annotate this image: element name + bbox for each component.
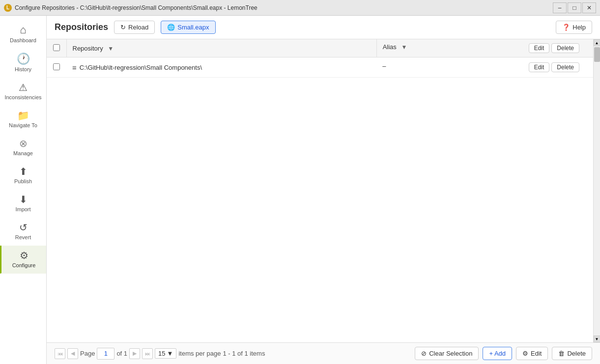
repository-filter-icon[interactable]: ▼	[108, 45, 114, 52]
minimize-button[interactable]: –	[553, 2, 567, 13]
sidebar-item-import[interactable]: ⬇ Import	[0, 190, 46, 218]
of-label: of 1	[116, 350, 127, 357]
sidebar-label-history: History	[15, 66, 31, 72]
table-container: Repository ▼ Alias ▼ Edit Delete	[47, 39, 600, 342]
clear-selection-button[interactable]: ⊘ Clear Selection	[415, 347, 479, 360]
alias-column-header: Alias ▼ Edit Delete	[376, 39, 600, 57]
repository-cell: ≡ C:\GitHub\lt-regression\Small Componen…	[66, 57, 376, 78]
table-row: ≡ C:\GitHub\lt-regression\Small Componen…	[47, 57, 600, 78]
alias-cell: – Edit Delete	[376, 57, 600, 78]
sidebar: ⌂ Dashboard 🕐 History ⚠ Inconsistencies …	[0, 16, 47, 364]
globe-icon: 🌐	[167, 24, 175, 31]
page-label: Page	[80, 350, 95, 357]
sidebar-item-publish[interactable]: ⬆ Publish	[0, 162, 46, 190]
add-label: + Add	[489, 350, 506, 357]
sidebar-label-import: Import	[15, 206, 30, 212]
scroll-thumb[interactable]	[594, 47, 600, 62]
scroll-track: ▲ ▼	[593, 39, 600, 342]
scroll-up-button[interactable]: ▲	[594, 39, 600, 46]
items-info: 1 - 1 of 1 items	[223, 350, 265, 357]
alias-value: –	[382, 62, 386, 70]
select-all-checkbox[interactable]	[53, 44, 60, 51]
reload-button[interactable]: ↻ Reload	[114, 21, 155, 34]
sidebar-label-configure: Configure	[12, 262, 36, 268]
prev-page-button[interactable]: ◀	[67, 348, 78, 359]
help-icon: ❓	[562, 24, 570, 31]
edit-label: Edit	[531, 350, 542, 357]
row-delete-button[interactable]: Delete	[551, 62, 579, 72]
page-input[interactable]	[97, 348, 114, 360]
maximize-button[interactable]: □	[568, 2, 581, 13]
add-button[interactable]: + Add	[483, 347, 512, 360]
reload-label: Reload	[128, 24, 148, 31]
sidebar-item-history[interactable]: 🕐 History	[0, 49, 46, 78]
repositories-table: Repository ▼ Alias ▼ Edit Delete	[47, 39, 600, 78]
sidebar-label-manage: Manage	[13, 150, 33, 156]
reload-icon: ↻	[120, 24, 126, 31]
sidebar-item-dashboard[interactable]: ⌂ Dashboard	[0, 20, 46, 49]
row-edit-button[interactable]: Edit	[529, 62, 550, 72]
per-page-value: 15	[158, 350, 165, 357]
help-button[interactable]: ❓ Help	[556, 21, 592, 34]
close-button[interactable]: ✕	[582, 2, 596, 13]
alias-filter-icon[interactable]: ▼	[401, 44, 407, 51]
sidebar-item-manage[interactable]: ⊗ Manage	[0, 134, 46, 162]
app-icon: L	[4, 4, 12, 12]
row-checkbox-0[interactable]	[53, 63, 60, 70]
configure-icon: ⚙	[20, 251, 29, 260]
select-all-header	[47, 39, 66, 57]
sidebar-item-revert[interactable]: ↺ Revert	[0, 218, 46, 246]
sidebar-label-navigate-to: Navigate To	[9, 122, 37, 128]
delete-button[interactable]: 🗑 Delete	[552, 347, 592, 360]
delete-label: Delete	[567, 350, 586, 357]
header-edit-button[interactable]: Edit	[529, 43, 550, 53]
sidebar-item-configure[interactable]: ⚙ Configure	[0, 246, 46, 274]
warning-icon: ⚠	[19, 83, 28, 92]
sidebar-label-revert: Revert	[15, 234, 31, 240]
sidebar-label-inconsistencies: Inconsistencies	[4, 94, 41, 100]
revert-icon: ↺	[19, 223, 28, 232]
sidebar-label-dashboard: Dashboard	[10, 37, 36, 43]
row-checkbox-cell	[47, 57, 66, 78]
clear-selection-label: Clear Selection	[429, 350, 472, 357]
sidebar-item-inconsistencies[interactable]: ⚠ Inconsistencies	[0, 78, 46, 106]
last-page-button[interactable]: ⏭	[142, 348, 153, 359]
scroll-down-button[interactable]: ▼	[594, 336, 600, 342]
repository-column-header: Repository ▼	[66, 39, 376, 57]
page-title: Repositories	[55, 22, 108, 32]
import-icon: ⬇	[19, 195, 28, 204]
history-icon: 🕐	[17, 54, 30, 64]
sidebar-label-publish: Publish	[14, 178, 32, 184]
items-per-page-label: items per page	[178, 350, 221, 357]
tab-small-eapx[interactable]: 🌐 Small.eapx	[161, 21, 215, 34]
footer: ⏮ ◀ Page of 1 ▶ ⏭ 15 ▼ items per page 1 …	[47, 342, 600, 364]
manage-icon: ⊗	[19, 139, 28, 148]
title-bar-text: Configure Repositories - C:\GitHub\lt-re…	[15, 4, 257, 11]
per-page-chevron-icon: ▼	[167, 350, 173, 357]
repo-stack-icon: ≡	[72, 63, 77, 72]
first-page-button[interactable]: ⏮	[55, 348, 65, 359]
title-bar: L Configure Repositories - C:\GitHub\lt-…	[0, 0, 600, 16]
next-page-button[interactable]: ▶	[129, 348, 140, 359]
repository-path: C:\GitHub\lt-regression\Small Components…	[80, 64, 202, 71]
header: Repositories ↻ Reload 🌐 Small.eapx ❓ Hel…	[47, 16, 600, 39]
per-page-select[interactable]: 15 ▼	[155, 348, 176, 359]
edit-icon: ⚙	[522, 350, 528, 357]
trash-icon: 🗑	[558, 350, 565, 357]
sidebar-item-navigate-to[interactable]: 📁 Navigate To	[0, 106, 46, 134]
help-label: Help	[572, 24, 586, 31]
folder-icon: 📁	[17, 111, 29, 120]
clear-icon: ⊘	[421, 350, 427, 357]
tab-label: Small.eapx	[177, 24, 209, 31]
edit-button[interactable]: ⚙ Edit	[516, 347, 548, 360]
publish-icon: ⬆	[19, 167, 28, 176]
dashboard-icon: ⌂	[20, 25, 26, 35]
header-delete-button[interactable]: Delete	[551, 43, 579, 53]
